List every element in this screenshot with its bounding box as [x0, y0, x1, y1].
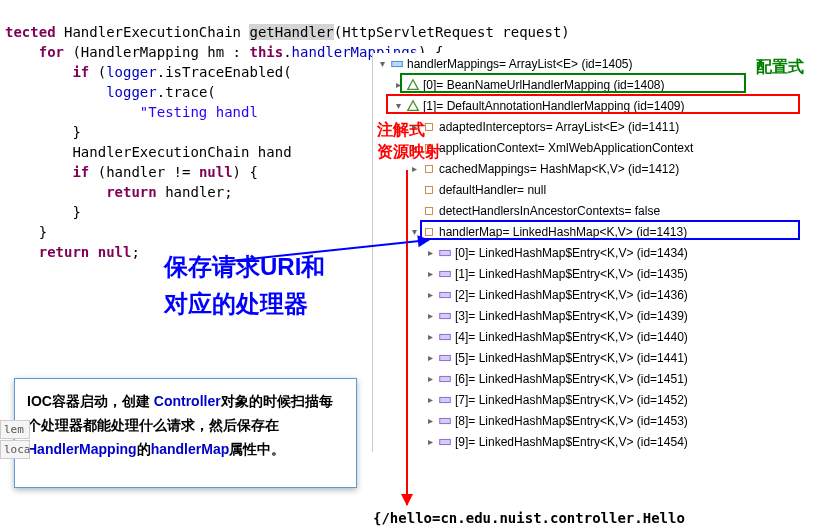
entry-icon — [437, 392, 453, 408]
svg-rect-9 — [440, 292, 451, 297]
annotation-blue-1: 保存请求URI和 — [164, 251, 325, 283]
tree-row-entry-3[interactable]: ▸[3]= LinkedHashMap$Entry<K,V> (id=1439) — [373, 305, 813, 326]
red-arrow-icon — [406, 170, 408, 505]
tree-row-handlerMappings[interactable]: ▾handlerMappings= ArrayList<E> (id=1405) — [373, 53, 813, 74]
expander-icon[interactable]: ▸ — [423, 436, 437, 447]
entry-icon — [437, 266, 453, 282]
tab-local[interactable]: loca — [0, 440, 30, 459]
svg-rect-7 — [440, 250, 451, 255]
field-icon — [421, 203, 437, 219]
svg-rect-3 — [426, 165, 433, 172]
svg-rect-8 — [440, 271, 451, 276]
annotation-blue-2: 对应的处理器 — [164, 288, 308, 320]
tree-row-entry-6[interactable]: ▸[6]= LinkedHashMap$Entry<K,V> (id=1451) — [373, 368, 813, 389]
expander-icon[interactable]: ▸ — [423, 310, 437, 321]
highlight-box-red — [386, 94, 800, 114]
tree-row-defaultHandler[interactable]: defaultHandler= null — [373, 179, 813, 200]
expander-icon[interactable]: ▸ — [423, 373, 437, 384]
entry-icon — [437, 371, 453, 387]
svg-rect-4 — [426, 186, 433, 193]
expander-icon[interactable]: ▸ — [423, 394, 437, 405]
expander-icon[interactable]: ▸ — [423, 352, 437, 363]
entry-icon — [437, 287, 453, 303]
tooltip-box: IOC容器启动，创建 Controller对象的时候扫描每个处理器都能处理什么请… — [14, 378, 357, 488]
tree-row-adaptedInterceptors[interactable]: ▸adaptedInterceptors= ArrayList<E> (id=1… — [373, 116, 813, 137]
tree-row-entry-4[interactable]: ▸[4]= LinkedHashMap$Entry<K,V> (id=1440) — [373, 326, 813, 347]
local-var-icon — [389, 56, 405, 72]
expander-icon[interactable]: ▾ — [375, 58, 389, 69]
entry-icon — [437, 413, 453, 429]
tree-row-entry-9[interactable]: ▸[9]= LinkedHashMap$Entry<K,V> (id=1454) — [373, 431, 813, 452]
annotation-green: 配置式 — [756, 57, 804, 78]
entry-icon — [437, 350, 453, 366]
svg-rect-5 — [426, 207, 433, 214]
tab-problems[interactable]: lem — [0, 420, 30, 439]
expander-icon[interactable]: ▸ — [423, 289, 437, 300]
entry-icon — [437, 245, 453, 261]
tree-row-entry-1[interactable]: ▸[1]= LinkedHashMap$Entry<K,V> (id=1435) — [373, 263, 813, 284]
bottom-value-text: {/hello=cn.edu.nuist.controller.Hello — [373, 510, 685, 526]
expander-icon[interactable]: ▸ — [423, 415, 437, 426]
svg-rect-15 — [440, 418, 451, 423]
entry-icon — [437, 434, 453, 450]
annotation-red-1: 注解式 — [377, 120, 425, 141]
svg-rect-10 — [440, 313, 451, 318]
tree-row-entry-7[interactable]: ▸[7]= LinkedHashMap$Entry<K,V> (id=1452) — [373, 389, 813, 410]
tree-row-entry-2[interactable]: ▸[2]= LinkedHashMap$Entry<K,V> (id=1436) — [373, 284, 813, 305]
highlight-box-green — [400, 73, 746, 93]
entry-icon — [437, 308, 453, 324]
tree-row-entry-8[interactable]: ▸[8]= LinkedHashMap$Entry<K,V> (id=1453) — [373, 410, 813, 431]
annotation-red-2: 资源映射 — [377, 142, 441, 163]
tree-row-detectHandlers[interactable]: detectHandlersInAncestorContexts= false — [373, 200, 813, 221]
svg-rect-0 — [392, 61, 403, 66]
svg-rect-11 — [440, 334, 451, 339]
left-tabs: lem loca — [0, 420, 30, 460]
highlight-box-blue — [420, 220, 800, 240]
svg-rect-1 — [426, 123, 433, 130]
expander-icon[interactable]: ▸ — [423, 247, 437, 258]
tree-row-entry-0[interactable]: ▸[0]= LinkedHashMap$Entry<K,V> (id=1434) — [373, 242, 813, 263]
svg-rect-16 — [440, 439, 451, 444]
entry-icon — [437, 329, 453, 345]
svg-rect-14 — [440, 397, 451, 402]
expander-icon[interactable]: ▸ — [407, 163, 421, 174]
tree-row-entry-5[interactable]: ▸[5]= LinkedHashMap$Entry<K,V> (id=1441) — [373, 347, 813, 368]
svg-rect-12 — [440, 355, 451, 360]
expander-icon[interactable]: ▸ — [423, 331, 437, 342]
field-icon — [421, 182, 437, 198]
expander-icon[interactable]: ▸ — [423, 268, 437, 279]
svg-rect-13 — [440, 376, 451, 381]
